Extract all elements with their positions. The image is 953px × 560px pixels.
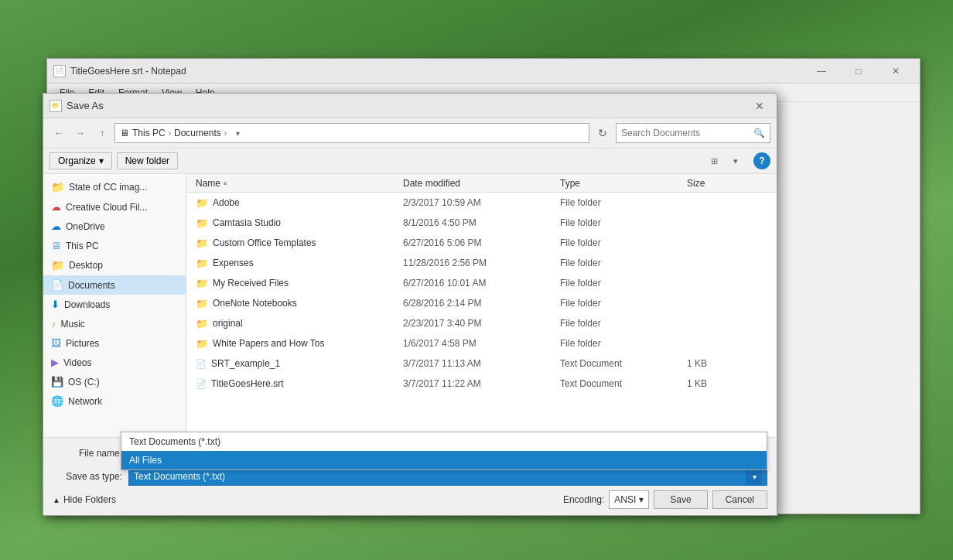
folder-icon: 📁 — [196, 318, 208, 330]
column-type-header[interactable]: Type — [557, 178, 684, 189]
breadcrumb-documents: Documents — [174, 128, 221, 138]
savetype-dropdown-arrow: ▾ — [746, 468, 762, 485]
documents-icon: 📄 — [51, 279, 63, 291]
table-row[interactable]: 📁 Expenses 11/28/2016 2:56 PM File folde… — [186, 253, 777, 273]
file-name: OneNote Notebooks — [213, 298, 297, 309]
file-type: File folder — [557, 318, 684, 329]
table-row[interactable]: 📁 OneNote Notebooks 6/28/2016 2:14 PM Fi… — [186, 293, 777, 313]
sidebar-item-videos[interactable]: ▶ Videos — [43, 353, 186, 372]
notepad-minimize-button[interactable]: — — [804, 60, 839, 82]
file-name-cell: 📁 Expenses — [193, 258, 400, 269]
sidebar-item-creative-cloud[interactable]: ☁ Creative Cloud Fil... — [43, 197, 186, 217]
cancel-button[interactable]: Cancel — [712, 490, 767, 509]
sidebar-item-onedrive[interactable]: ☁ OneDrive — [43, 217, 186, 236]
file-name: TitleGoesHere.srt — [211, 378, 284, 389]
file-name-cell: 📁 Camtasia Studio — [193, 217, 400, 229]
sidebar-item-this-pc[interactable]: 🖥 This PC — [43, 236, 186, 255]
file-rows-container: 📁 Adobe 2/3/2017 10:59 AM File folder 📁 … — [186, 193, 777, 394]
column-size-header[interactable]: Size — [684, 178, 770, 189]
sidebar-item-state-of-cc[interactable]: 📁 State of CC imag... — [43, 177, 186, 197]
file-name: SRT_example_1 — [211, 358, 280, 369]
table-row[interactable]: 📁 My Received Files 6/27/2016 10:01 AM F… — [186, 273, 777, 293]
folder-icon: 📁 — [196, 278, 208, 289]
sidebar-item-os-c[interactable]: 💾 OS (C:) — [43, 372, 186, 391]
sidebar-item-downloads[interactable]: ⬇ Downloads — [43, 295, 186, 314]
search-input[interactable] — [621, 128, 750, 138]
up-button[interactable]: ↑ — [93, 124, 111, 142]
pictures-icon: 🖼 — [51, 337, 61, 349]
save-button[interactable]: Save — [654, 490, 707, 509]
file-type: Text Document — [557, 378, 684, 389]
table-row[interactable]: 📁 Adobe 2/3/2017 10:59 AM File folder — [186, 193, 777, 213]
file-type: Text Document — [557, 358, 684, 369]
filename-label: File name: — [53, 448, 122, 459]
savetype-value: Text Documents (*.txt) — [134, 471, 746, 482]
network-icon: 🌐 — [51, 395, 63, 407]
file-date: 3/7/2017 11:22 AM — [400, 378, 557, 389]
file-name-cell: 📁 Custom Office Templates — [193, 237, 400, 249]
encoding-value: ANSI — [614, 494, 636, 505]
file-name-cell: 📁 original — [193, 318, 400, 330]
new-folder-button[interactable]: New folder — [117, 152, 178, 169]
sidebar-item-documents[interactable]: 📄 Documents — [43, 275, 186, 295]
breadcrumb-dropdown-button[interactable]: ▾ — [230, 125, 245, 142]
sidebar-item-network[interactable]: 🌐 Network — [43, 391, 186, 411]
file-size: 1 KB — [684, 378, 770, 389]
file-name: Camtasia Studio — [213, 217, 281, 228]
dropdown-option-allfiles[interactable]: All Files — [121, 451, 767, 470]
encoding-label: Encoding: — [563, 494, 604, 505]
breadcrumb-bar[interactable]: 🖥 This PC › Documents › ▾ — [114, 123, 589, 143]
desktop-folder-icon: 📁 — [51, 259, 64, 271]
view-dropdown-button[interactable]: ▾ — [726, 152, 746, 170]
notepad-maximize-button[interactable]: □ — [841, 60, 876, 82]
file-type: File folder — [557, 278, 684, 289]
notepad-title: TitleGoesHere.srt - Notepad — [70, 66, 186, 77]
file-type: File folder — [557, 197, 684, 208]
dropdown-option-txt[interactable]: Text Documents (*.txt) — [121, 432, 767, 451]
savetype-label: Save as type: — [53, 471, 122, 482]
organize-arrow-icon: ▾ — [99, 155, 104, 166]
organize-button[interactable]: Organize ▾ — [50, 152, 112, 169]
forward-button[interactable]: → — [71, 124, 90, 142]
encoding-arrow-icon: ▾ — [639, 494, 644, 505]
table-row[interactable]: 📁 Camtasia Studio 8/1/2016 4:50 PM File … — [186, 213, 777, 233]
folder-icon: 📁 — [196, 258, 208, 269]
refresh-button[interactable]: ↻ — [593, 123, 613, 143]
notepad-window-controls: — □ ✕ — [804, 60, 914, 82]
file-list-header: Name ▲ Date modified Type Size — [186, 174, 777, 193]
breadcrumb-root-icon: 🖥 — [120, 128, 129, 138]
dialog-titlebar: 📁 Save As ✕ — [43, 94, 777, 118]
sidebar-item-music[interactable]: ♪ Music — [43, 314, 186, 333]
sidebar-item-desktop[interactable]: 📁 Desktop — [43, 255, 186, 275]
folder-icon: 📁 — [196, 338, 208, 350]
table-row[interactable]: 📄 SRT_example_1 3/7/2017 11:13 AM Text D… — [186, 353, 777, 374]
table-row[interactable]: 📁 Custom Office Templates 6/27/2016 5:06… — [186, 233, 777, 253]
search-icon: 🔍 — [753, 128, 765, 138]
hide-folders-button[interactable]: ▲ Hide Folders — [53, 494, 116, 505]
file-date: 6/28/2016 2:14 PM — [400, 298, 557, 309]
view-grid-button[interactable]: ⊞ — [704, 152, 724, 170]
table-row[interactable]: 📄 TitleGoesHere.srt 3/7/2017 11:22 AM Te… — [186, 374, 777, 394]
file-list: Name ▲ Date modified Type Size 📁 Adobe — [186, 174, 777, 437]
file-name: White Papers and How Tos — [213, 338, 325, 349]
column-name-header[interactable]: Name ▲ — [193, 178, 400, 189]
sidebar-item-pictures[interactable]: 🖼 Pictures — [43, 333, 186, 353]
back-button[interactable]: ← — [50, 124, 68, 142]
table-row[interactable]: 📁 White Papers and How Tos 1/6/2017 4:58… — [186, 333, 777, 353]
dialog-title-area: 📁 Save As — [50, 100, 104, 112]
encoding-select[interactable]: ANSI ▾ — [609, 490, 649, 509]
column-date-header[interactable]: Date modified — [400, 178, 557, 189]
dialog-close-button[interactable]: ✕ — [749, 97, 770, 115]
encoding-wrapper: Encoding: ANSI ▾ — [563, 490, 649, 509]
footer-bottom-row: ▲ Hide Folders Encoding: ANSI ▾ Save Can… — [53, 490, 767, 509]
dialog-body: 📁 State of CC imag... ☁ Creative Cloud F… — [43, 174, 777, 437]
help-button[interactable]: ? — [753, 152, 770, 169]
folder-yellow-icon: 📁 — [51, 181, 64, 193]
file-name-cell: 📁 Adobe — [193, 197, 400, 209]
dialog-organize-toolbar: Organize ▾ New folder ⊞ ▾ ? — [43, 149, 777, 174]
notepad-close-button[interactable]: ✕ — [878, 60, 914, 82]
notepad-titlebar: 📄 TitleGoesHere.srt - Notepad — □ ✕ — [47, 59, 920, 84]
table-row[interactable]: 📁 original 2/23/2017 3:40 PM File folder — [186, 313, 777, 333]
file-date: 11/28/2016 2:56 PM — [400, 258, 557, 268]
search-box: 🔍 — [616, 123, 770, 143]
